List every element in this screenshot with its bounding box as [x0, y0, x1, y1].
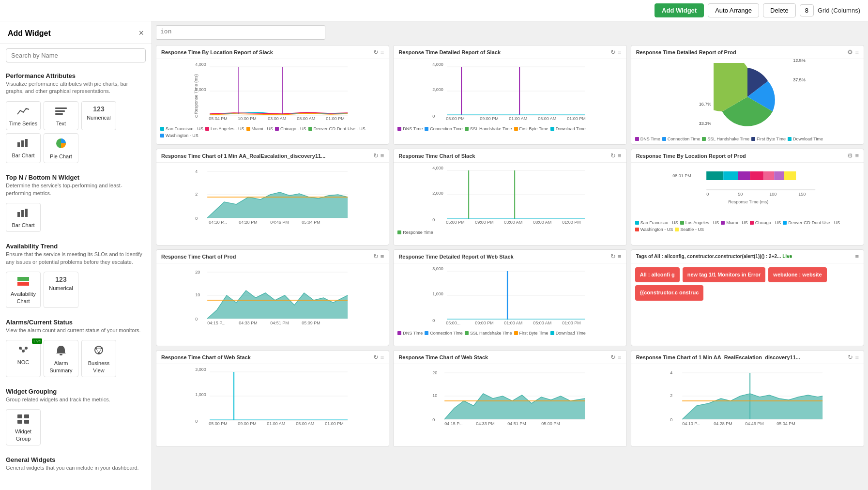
svg-line-23 — [96, 348, 99, 353]
panel-title: Add Widget — [8, 29, 51, 38]
settings-icon-3[interactable]: ⚙ — [847, 48, 853, 56]
menu-icon-1[interactable]: ≡ — [381, 48, 384, 56]
svg-text:04:33 PM: 04:33 PM — [239, 321, 258, 324]
widget-alarm-summary[interactable]: Alarm Summary — [44, 340, 78, 377]
menu-icon-5[interactable]: ≡ — [618, 152, 622, 159]
svg-text:2: 2 — [670, 393, 672, 398]
widget-text[interactable]: Text — [44, 101, 78, 130]
widget-numerical[interactable]: 123 Numerical — [81, 101, 116, 130]
svg-text:05:00 AM: 05:00 AM — [533, 321, 551, 324]
svg-text:04:15 P...: 04:15 P... — [207, 321, 225, 324]
widget-group-label: Widget Group — [8, 428, 38, 442]
refresh-icon-7[interactable]: ↻ — [373, 253, 379, 260]
settings-icon-6[interactable]: ⚙ — [847, 152, 853, 159]
menu-icon-3[interactable]: ≡ — [855, 48, 859, 56]
add-widget-button[interactable]: Add Widget — [655, 3, 704, 17]
widget-bar-chart-2[interactable]: Bar Chart — [6, 203, 41, 232]
delete-button[interactable]: Delete — [763, 3, 796, 17]
legend-item: DNS Time — [635, 137, 660, 141]
chart-header-12: Response Time Chart of 1 Min AA_RealEsca… — [631, 351, 864, 364]
svg-text:1,000: 1,000 — [195, 392, 206, 397]
section-general-desc: General widgets that you can include in … — [0, 464, 152, 475]
dashboard-text-input[interactable] — [156, 25, 325, 40]
noc-icon — [16, 344, 30, 357]
tag-webalone[interactable]: webalone : website — [768, 267, 826, 282]
main-layout: Add Widget × Performance Attributes Visu… — [0, 0, 868, 490]
chart-svg-12: 4 2 0 04:10 P... 04:28 PM 04:46 PM — [635, 367, 860, 425]
svg-text:05:04 PM: 05:04 PM — [302, 220, 320, 224]
widget-time-series-label: Time Series — [9, 120, 37, 127]
search-input[interactable] — [6, 48, 146, 62]
menu-icon-7[interactable]: ≡ — [381, 253, 384, 260]
chart-actions-2: ↻ ≡ — [610, 48, 622, 56]
chart-header-9: Tags of All : allconfig, constructor.con… — [631, 250, 864, 263]
svg-text:01:00 AM: 01:00 AM — [267, 421, 285, 425]
widget-availability-chart[interactable]: Availability Chart — [6, 272, 41, 308]
widget-group[interactable]: Widget Group — [6, 409, 41, 445]
legend-item: Miami - US — [721, 220, 748, 225]
refresh-icon-1[interactable]: ↻ — [373, 48, 379, 56]
menu-icon-11[interactable]: ≡ — [618, 353, 622, 361]
svg-text:4,000: 4,000 — [432, 62, 443, 67]
chart-svg-5: 4,000 2,000 0 05:00 PM 09:00 PM 03:00 AM… — [397, 166, 622, 224]
svg-rect-17 — [60, 354, 62, 355]
refresh-icon-12[interactable]: ↻ — [848, 353, 853, 361]
refresh-icon-2[interactable]: ↻ — [610, 48, 616, 56]
menu-icon-12[interactable]: ≡ — [855, 353, 859, 361]
widget-noc[interactable]: Live NOC — [6, 340, 41, 377]
svg-text:4: 4 — [670, 370, 672, 375]
widget-numerical-2[interactable]: 123 Numerical — [44, 272, 78, 308]
time-series-icon — [16, 106, 30, 118]
chart-header-4: Response Time Chart of 1 Min AA_RealEsca… — [156, 149, 389, 163]
svg-rect-4 — [21, 140, 24, 147]
legend-item: Response Time — [397, 230, 433, 235]
svg-text:01:00 PM: 01:00 PM — [567, 116, 586, 120]
svg-line-16 — [23, 348, 26, 351]
legend-item: Connection Time — [662, 137, 700, 141]
tag-newtag[interactable]: new tag 1/1 Monitors in Error — [683, 267, 766, 282]
menu-icon-4[interactable]: ≡ — [381, 152, 384, 159]
refresh-icon-10[interactable]: ↻ — [373, 353, 379, 361]
refresh-icon-5[interactable]: ↻ — [610, 152, 616, 159]
chart-title-2: Response Time Detailed Report of Slack — [398, 49, 610, 55]
svg-text:2,000: 2,000 — [432, 191, 443, 196]
menu-icon-9[interactable]: ≡ — [855, 253, 859, 260]
svg-text:01:00 PM: 01:00 PM — [562, 220, 581, 224]
svg-text:04:28 PM: 04:28 PM — [714, 421, 732, 425]
menu-icon-6[interactable]: ≡ — [855, 152, 859, 159]
legend-item: Connection Time — [425, 331, 463, 336]
legend-item: San Francisco - US — [635, 220, 678, 225]
widget-business-view[interactable]: Business View — [81, 340, 116, 377]
chart-card-3: Response Time Detailed Report of Prod ⚙ … — [631, 45, 864, 145]
menu-icon-10[interactable]: ≡ — [381, 353, 384, 361]
svg-text:05:00 AM: 05:00 AM — [538, 116, 556, 120]
widget-pie-chart[interactable]: Pie Chart — [44, 133, 78, 163]
chart-card-7: Response Time Chart of Prod ↻ ≡ 20 10 0 — [156, 249, 389, 346]
svg-rect-2 — [55, 113, 63, 115]
legend-item: Los Angeles - US — [205, 126, 244, 131]
legend-item: Washington - US — [160, 133, 198, 138]
widget-time-series[interactable]: Time Series — [6, 101, 41, 130]
auto-arrange-button[interactable]: Auto Arrange — [708, 3, 759, 17]
live-badge: Live — [32, 338, 42, 344]
menu-icon-2[interactable]: ≡ — [618, 48, 622, 56]
refresh-icon-11[interactable]: ↻ — [610, 353, 616, 361]
svg-text:20: 20 — [432, 370, 437, 375]
tag-allconfig[interactable]: All : allconfi g — [635, 267, 680, 282]
widget-bar-chart[interactable]: Bar Chart — [6, 133, 41, 163]
chart-body-12: 4 2 0 04:10 P... 04:28 PM 04:46 PM — [631, 364, 864, 429]
svg-text:03:00 AM: 03:00 AM — [268, 116, 286, 120]
svg-text:1,000: 1,000 — [432, 291, 443, 296]
refresh-icon-4[interactable]: ↻ — [373, 152, 379, 159]
add-widget-panel: Add Widget × Performance Attributes Visu… — [0, 21, 152, 490]
legend-item: Miami - US — [246, 126, 274, 131]
menu-icon-8[interactable]: ≡ — [618, 253, 622, 260]
tag-constructor[interactable]: {{constructor.c onstruc — [635, 285, 704, 300]
svg-rect-86 — [774, 171, 784, 180]
refresh-icon-8[interactable]: ↻ — [610, 253, 616, 260]
widget-business-view-label: Business View — [84, 360, 114, 374]
svg-text:Response Time (ms): Response Time (ms) — [728, 199, 768, 204]
close-button[interactable]: × — [138, 28, 144, 38]
chart-actions-4: ↻ ≡ — [373, 152, 384, 159]
section-availability-desc: Ensure that the service is meeting its S… — [0, 251, 152, 270]
